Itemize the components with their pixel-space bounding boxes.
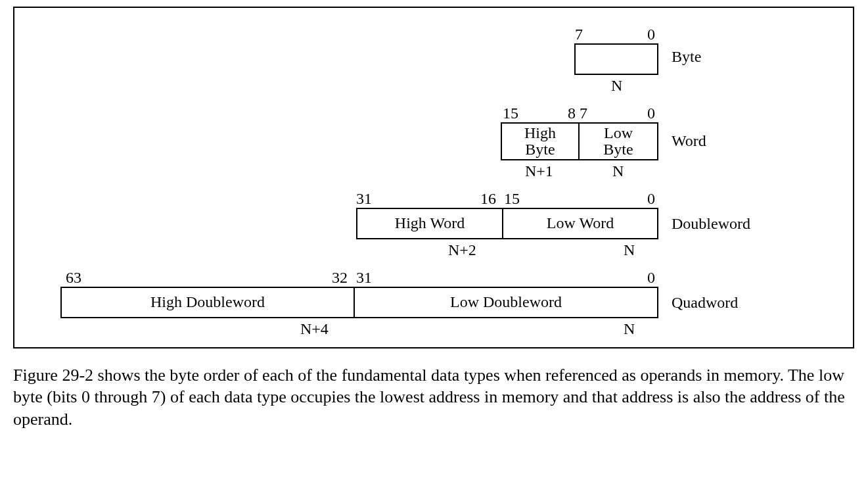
word-high-byte-box: HighByte bbox=[501, 122, 580, 160]
qword-high-dword-label: High Doubleword bbox=[150, 294, 265, 310]
word-addr-high: N+1 bbox=[525, 163, 553, 179]
byte-box bbox=[574, 43, 658, 75]
word-label: Word bbox=[672, 133, 706, 149]
dword-low-word-box: Low Word bbox=[502, 208, 658, 239]
diagram-frame: 7 0 Byte N 15 8 7 0 HighByte LowByte Wor… bbox=[13, 7, 854, 348]
dword-bit-15: 15 bbox=[504, 191, 520, 206]
qword-addr-high: N+4 bbox=[300, 321, 329, 337]
dword-bit-31: 31 bbox=[356, 191, 372, 206]
dword-addr-low: N bbox=[624, 242, 635, 258]
dword-high-word-box: High Word bbox=[356, 208, 503, 239]
dword-bit-0: 0 bbox=[647, 191, 655, 206]
word-bit-7: 7 bbox=[580, 105, 587, 121]
qword-bit-32: 32 bbox=[332, 270, 348, 285]
byte-addr-n: N bbox=[611, 78, 622, 93]
word-high-byte-label: HighByte bbox=[524, 125, 556, 158]
figure-caption: Figure 29-2 shows the byte order of each… bbox=[13, 364, 854, 430]
qword-bit-31: 31 bbox=[356, 270, 372, 285]
word-bit-8: 8 bbox=[568, 105, 576, 121]
qword-bit-0: 0 bbox=[647, 270, 655, 285]
qword-low-dword-label: Low Doubleword bbox=[450, 294, 562, 310]
dword-low-word-label: Low Word bbox=[547, 215, 614, 231]
qword-low-dword-box: Low Doubleword bbox=[354, 287, 658, 318]
byte-label: Byte bbox=[672, 49, 701, 64]
word-low-byte-box: LowByte bbox=[578, 122, 658, 160]
dword-high-word-label: High Word bbox=[395, 215, 465, 231]
dword-bit-16: 16 bbox=[480, 191, 496, 206]
dword-label: Doubleword bbox=[672, 216, 750, 231]
byte-bit-0: 0 bbox=[647, 26, 655, 42]
qword-high-dword-box: High Doubleword bbox=[60, 287, 355, 318]
qword-bit-63: 63 bbox=[66, 270, 81, 285]
word-bit-15: 15 bbox=[503, 105, 518, 121]
byte-bit-7: 7 bbox=[575, 26, 583, 42]
qword-label: Quadword bbox=[672, 295, 738, 310]
qword-addr-low: N bbox=[624, 321, 635, 337]
word-bit-0: 0 bbox=[647, 105, 655, 121]
word-low-byte-label: LowByte bbox=[603, 125, 633, 158]
dword-addr-high: N+2 bbox=[448, 242, 476, 258]
word-addr-low: N bbox=[612, 163, 624, 179]
